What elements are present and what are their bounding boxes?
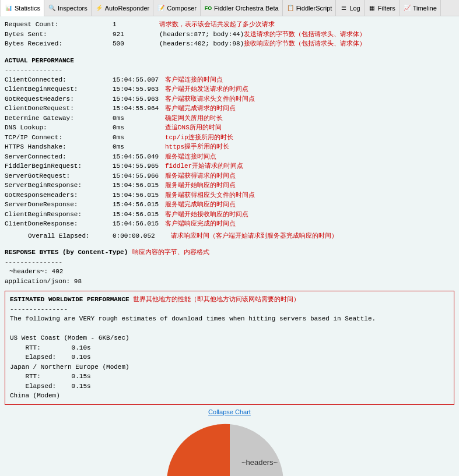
timing-row: ClientBeginResponse:15:04:56.015客户端开始接收响… <box>5 210 454 220</box>
timing-value: 15:04:55.049 <box>113 152 165 162</box>
divider-line-2: --------------- <box>5 258 62 267</box>
overall-elapsed-row: Overall Elapsed: 0:00:00.052 请求响应时间（客户端开… <box>5 231 454 241</box>
timing-value: 15:04:56.015 <box>113 191 165 200</box>
timing-label: ServerConnected: <box>5 152 113 162</box>
autoresponder-icon: ⚡ <box>95 4 103 12</box>
bytes-sent-label: Bytes Sent: <box>5 30 113 40</box>
request-count-label: Request Count: <box>5 20 113 30</box>
response-bytes-annotation: 响应内容的字节、内容格式 <box>132 248 209 258</box>
timing-value: 15:04:55.963 <box>113 94 165 104</box>
log-icon: ☰ <box>339 4 348 12</box>
chart-area: ~headers~ json <box>5 415 454 477</box>
timing-annotation: 确定网关所用的时长 <box>165 114 223 124</box>
timing-annotation: 客户端开始接收响应的时间点 <box>165 210 248 220</box>
timing-value: 0ms <box>113 114 165 124</box>
timing-annotation: 服务端完成响应的时间点 <box>165 200 236 210</box>
timing-label: ServerBeginResponse: <box>5 181 113 191</box>
tab-log[interactable]: ☰ Log <box>336 0 364 16</box>
timing-row: ServerConnected:15:04:55.049服务端连接时间点 <box>5 152 454 162</box>
timing-row: DNS Lookup:0ms查追DNS所用的时间 <box>5 123 454 133</box>
timing-row: ClientDoneResponse:15:04:56.015客户端响应完成的时… <box>5 219 454 229</box>
timing-label: ClientBeginRequest: <box>5 84 113 94</box>
bytes-received-annotation: 接收响应的字节数（包括请求头、请求体） <box>244 39 366 49</box>
timings-list: ClientConnected:15:04:55.007客户端连接的时间点Cli… <box>5 75 454 229</box>
performance-box: ESTIMATED WORLDWIDE PERFORMANCE 世界其他地方的性… <box>5 291 454 405</box>
timing-label: ServerDoneResponse: <box>5 200 113 210</box>
timing-annotation: 客户端获取请求头文件的时间点 <box>165 94 255 104</box>
timing-row: GotResponseHeaders:15:04:56.015服务端获得相应头文… <box>5 191 454 200</box>
bytes-received-value: 500 <box>113 39 159 49</box>
timing-value: 15:04:56.015 <box>113 219 165 229</box>
timing-row: ClientDoneRequest:15:04:55.964客户端完成请求的时间… <box>5 104 454 114</box>
response-bytes-header: RESPONSE BYTES (by Content-Type) <box>5 248 128 258</box>
timeline-icon: 📈 <box>403 4 411 12</box>
timing-row: ClientBeginRequest:15:04:55.963客户端开始发送请求… <box>5 84 454 94</box>
tab-inspectors[interactable]: 🔍 Inspectors <box>44 0 92 16</box>
divider-line-1: --------------- <box>5 65 62 75</box>
tab-fiddler-orchestra[interactable]: FO Fiddler Orchestra Beta <box>201 0 283 16</box>
timing-label: ClientConnected: <box>5 75 113 85</box>
timing-label: GotResponseHeaders: <box>5 191 113 200</box>
timing-label: ServerGotRequest: <box>5 171 113 181</box>
collapse-chart-link[interactable]: Collapse Chart <box>5 408 454 415</box>
timing-label: DNS Lookup: <box>5 123 113 133</box>
fo-icon: FO <box>204 4 212 12</box>
timing-row: HTTPS Handshake:0mshttps握手所用的时长 <box>5 142 454 152</box>
bytes-sent-annotation: 发送请求的字节数（包括请求头、请求体） <box>244 30 366 40</box>
tab-autoresponder[interactable]: ⚡ AutoResponder <box>92 0 153 16</box>
timing-row: Determine Gateway:0ms确定网关所用的时长 <box>5 114 454 124</box>
tab-fiddlerscript[interactable]: 📋 FiddlerScript <box>283 0 337 16</box>
pie-chart: ~headers~ json <box>166 418 294 477</box>
script-icon: 📋 <box>286 4 295 12</box>
timing-value: 0ms <box>113 142 165 152</box>
overall-elapsed-annotation: 请求响应时间（客户端开始请求到服务器完成响应的时间） <box>171 231 338 241</box>
timing-annotation: 服务端连接时间点 <box>165 152 216 162</box>
timing-row: ClientConnected:15:04:55.007客户端连接的时间点 <box>5 75 454 85</box>
timing-annotation: 查追DNS所用的时间 <box>165 123 222 133</box>
timing-row: GotRequestHeaders:15:04:55.963客户端获取请求头文件… <box>5 94 454 104</box>
timing-label: Determine Gateway: <box>5 114 113 124</box>
timing-annotation: 服务端开始响应的时间点 <box>165 181 236 191</box>
timing-label: FiddlerBeginRequest: <box>5 161 113 171</box>
response-headers-value: ~headers~: 402 <box>5 267 63 277</box>
timing-row: ServerDoneResponse:15:04:56.015服务端完成响应的时… <box>5 200 454 210</box>
timing-annotation: tcp/ip连接所用的时长 <box>165 133 233 143</box>
timing-value: 15:04:56.015 <box>113 200 165 210</box>
composer-icon: 📝 <box>157 4 165 12</box>
tab-composer[interactable]: 📝 Composer <box>153 0 201 16</box>
divider-2: --------------- <box>5 258 454 267</box>
divider-1: --------------- <box>5 65 454 75</box>
tab-statistics[interactable]: 📊 Statistics <box>1 0 44 16</box>
bytes-received-label: Bytes Received: <box>5 39 113 49</box>
timing-label: ClientBeginResponse: <box>5 210 113 220</box>
tab-filters[interactable]: ▦ Filters <box>365 0 400 16</box>
response-json-value: application/json: 98 <box>5 277 82 287</box>
timing-row: ServerGotRequest:15:04:55.966服务端获得请求的时间点 <box>5 171 454 181</box>
timing-label: ClientDoneRequest: <box>5 104 113 114</box>
bytes-sent-detail: (headers:877; body:44) <box>159 30 244 40</box>
pie-label-headers: ~headers~ <box>241 458 278 467</box>
timing-annotation: https握手所用的时长 <box>165 142 229 152</box>
response-headers-row: ~headers~: 402 <box>5 267 454 277</box>
pie-segment-json <box>166 424 229 476</box>
timing-annotation: 服务端获得请求的时间点 <box>165 171 236 181</box>
overall-elapsed-label: Overall Elapsed: <box>5 231 113 241</box>
request-count-value: 1 <box>113 20 159 30</box>
request-count-annotation: 请求数，表示该会话共发起了多少次请求 <box>159 20 275 30</box>
timing-label: GotRequestHeaders: <box>5 94 113 104</box>
timing-row: FiddlerBeginRequest:15:04:55.965fiddler开… <box>5 161 454 171</box>
response-json-row: application/json: 98 <box>5 277 454 287</box>
timing-value: 0ms <box>113 123 165 133</box>
timing-value: 15:04:55.966 <box>113 171 165 181</box>
actual-perf-label: ACTUAL PERFORMANCE <box>5 56 74 66</box>
timing-value: 15:04:55.964 <box>113 104 165 114</box>
bytes-sent-row: Bytes Sent: 921 (headers:877; body:44) 发… <box>5 30 454 40</box>
timing-value: 0ms <box>113 133 165 143</box>
toolbar: 📊 Statistics 🔍 Inspectors ⚡ AutoResponde… <box>0 0 459 16</box>
main-content: Request Count: 1 请求数，表示该会话共发起了多少次请求 Byte… <box>0 16 459 476</box>
bytes-received-detail: (headers:402; body:98) <box>159 39 244 49</box>
timing-label: HTTPS Handshake: <box>5 142 113 152</box>
tab-timeline[interactable]: 📈 Timeline <box>400 0 441 16</box>
bytes-sent-value: 921 <box>113 30 159 40</box>
timing-value: 15:04:55.965 <box>113 161 165 171</box>
